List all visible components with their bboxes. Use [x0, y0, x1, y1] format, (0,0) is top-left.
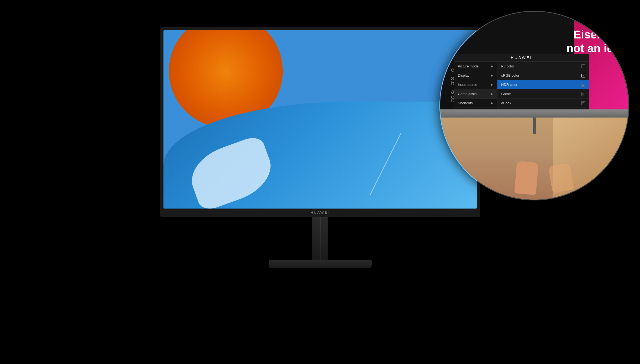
- osd-brand: HUAWEI: [511, 56, 532, 60]
- osd-item-input-label: Input source: [458, 83, 477, 87]
- osd-sub-game[interactable]: Game □: [497, 89, 589, 99]
- monitor-base: [269, 260, 372, 268]
- hands-area: [440, 109, 628, 200]
- osd-item-display-label: Display: [458, 73, 469, 77]
- heading-line-3: not an ide: [566, 42, 620, 55]
- osd-main: Picture mode ▶ Display ▶ Input source ▶: [454, 62, 589, 109]
- osd-sub-ebook[interactable]: eBook □: [497, 99, 589, 108]
- hand-left: [514, 161, 539, 195]
- osd-item-picture-mode-label: Picture mode: [458, 64, 479, 68]
- osd-item-game-assist-label: Game assist: [458, 92, 477, 96]
- osd-sub-p3-check: [581, 64, 585, 68]
- osd-sub-hdr[interactable]: HDR color □: [497, 80, 589, 89]
- osd-sub-hdr-label: HDR color: [501, 83, 517, 87]
- osd-item-arrow-0: ▶: [491, 65, 493, 68]
- article-heading: In the Eisenste not an ide: [566, 14, 626, 55]
- monitor-screen: [163, 30, 477, 209]
- zoom-circle-content: In the Eisenste not an ide cessive sho b…: [440, 12, 628, 200]
- osd-sub-game-check: □: [581, 92, 585, 96]
- osd-item-game-assist[interactable]: Game assist ▶: [454, 89, 497, 99]
- osd-left-menu: Picture mode ▶ Display ▶ Input source ▶: [454, 62, 497, 109]
- osd-sub-p3-label: P3 color: [501, 64, 514, 68]
- osd-sub-ebook-check: □: [581, 101, 585, 105]
- osd-submenu: P3 color sRGB color ✓ HDR color □ Gam: [497, 62, 589, 109]
- curtain-bg: [553, 118, 628, 200]
- osd-sub-custom[interactable]: Custom □: [497, 108, 589, 109]
- osd-sub-p3[interactable]: P3 color: [497, 62, 589, 71]
- zoom-bottom-section: [440, 109, 628, 200]
- osd-item-shortcuts-label: Shortcuts: [458, 101, 473, 105]
- zoom-circle: In the Eisenste not an ide cessive sho b…: [439, 11, 629, 200]
- osd-item-arrow-2: ▶: [491, 83, 493, 86]
- osd-sub-hdr-check: □: [581, 83, 585, 87]
- osd-header: HUAWEI: [454, 54, 589, 62]
- osd-item-arrow-4: ▶: [491, 102, 493, 105]
- monitor-neck: [312, 217, 328, 260]
- osd-sub-game-label: Game: [501, 92, 511, 96]
- zoom-top-section: In the Eisenste not an ide cessive sho b…: [440, 12, 628, 109]
- stand-in-zoom: [533, 118, 536, 134]
- monitor-bezel: HUAWEI: [160, 27, 480, 217]
- osd-sub-srgb-label: sRGB color: [501, 73, 519, 77]
- osd-item-settings[interactable]: Settings ▶: [454, 108, 497, 109]
- osd-menu: HUAWEI Picture mode ▶ Display ▶: [454, 54, 589, 109]
- monitor-container: HUAWEI: [157, 27, 483, 325]
- monitor-brand-label: HUAWEI: [311, 210, 330, 214]
- osd-item-picture-mode[interactable]: Picture mode ▶: [454, 62, 497, 71]
- osd-sub-srgb[interactable]: sRGB color ✓: [497, 71, 589, 80]
- osd-item-display[interactable]: Display ▶: [454, 71, 497, 80]
- osd-item-shortcuts[interactable]: Shortcuts ▶: [454, 99, 497, 108]
- heading-line-2: Eisenste: [566, 28, 620, 41]
- heading-line-1: In the: [566, 14, 620, 28]
- osd-item-input-source[interactable]: Input source ▶: [454, 80, 497, 89]
- monitor-bottom-edge: [440, 109, 628, 118]
- osd-sub-ebook-label: eBook: [501, 101, 511, 105]
- osd-item-arrow-1: ▶: [491, 74, 493, 77]
- osd-item-arrow-3: ▶: [491, 92, 493, 95]
- osd-sub-srgb-check: ✓: [581, 74, 585, 77]
